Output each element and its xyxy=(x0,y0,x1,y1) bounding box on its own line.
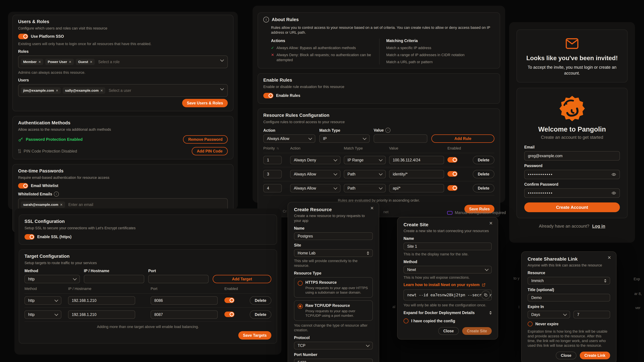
info-icon[interactable]: i xyxy=(54,192,59,197)
log-in-link[interactable]: Log in xyxy=(592,224,605,229)
rule-enabled-toggle[interactable] xyxy=(448,157,458,163)
protocol-select[interactable]: TCP xyxy=(294,342,373,350)
user-chip[interactable]: sally@example.com✕ xyxy=(63,87,105,94)
expire-unit-select[interactable]: Days xyxy=(528,311,570,319)
close-icon[interactable]: ✕ xyxy=(608,255,611,260)
password-status: Password Protection Enabled xyxy=(26,137,83,142)
target-port-input[interactable] xyxy=(150,310,218,319)
expire-value-input[interactable] xyxy=(574,311,610,319)
site-select[interactable]: Home Lab xyxy=(294,249,373,257)
email-whitelist-toggle[interactable] xyxy=(18,183,28,189)
priority-input[interactable] xyxy=(263,184,282,192)
action-select[interactable]: Always Allow xyxy=(263,134,315,143)
target-port-input[interactable] xyxy=(150,296,218,305)
target-enabled-toggle[interactable] xyxy=(224,298,234,303)
rule-match-select[interactable]: Path xyxy=(344,170,386,178)
docker-details-expander[interactable]: Expand for Docker Deployment Details xyxy=(404,311,492,315)
rule-value-input[interactable] xyxy=(389,156,444,164)
close-button[interactable]: Close xyxy=(556,352,576,359)
sso-toggle[interactable] xyxy=(18,34,28,39)
remove-chip-icon[interactable]: ✕ xyxy=(38,60,41,64)
target-enabled-toggle[interactable] xyxy=(224,312,234,317)
sort-icon[interactable]: ↑↓ xyxy=(276,146,278,150)
close-icon[interactable]: ✕ xyxy=(370,206,374,210)
resource-name-input[interactable] xyxy=(294,232,373,240)
email-field[interactable] xyxy=(524,151,620,161)
remove-chip-icon[interactable]: ✕ xyxy=(69,60,72,64)
role-chip[interactable]: Guest✕ xyxy=(76,59,95,65)
save-targets-button[interactable]: Save Targets xyxy=(238,331,271,340)
delete-target-button[interactable]: Delete xyxy=(250,310,271,319)
create-site-button[interactable]: Create Site xyxy=(462,327,492,335)
rule-action-select[interactable]: Always Allow xyxy=(290,184,340,192)
info-icon[interactable]: i xyxy=(386,128,390,133)
tcp-resource-option[interactable]: Raw TCP/UDP Resource Proxy requests to y… xyxy=(294,300,373,321)
roles-multiselect[interactable]: Member✕ Power User✕ Guest✕ Select a role xyxy=(18,55,228,68)
rule-action-select[interactable]: Always Deny xyxy=(290,156,340,164)
target-method-select[interactable]: http xyxy=(24,310,62,319)
remove-chip-icon[interactable]: ✕ xyxy=(100,89,103,92)
radio-icon[interactable] xyxy=(298,281,303,286)
delete-target-button[interactable]: Delete xyxy=(250,296,271,305)
users-multiselect[interactable]: jim@example.com✕ sally@example.com✕ Sele… xyxy=(18,84,228,97)
signup-card: Welcome to Pangolin Create an account to… xyxy=(516,88,628,218)
rule-value-input[interactable] xyxy=(389,184,444,192)
save-users-roles-button[interactable]: Save Users & Roles xyxy=(182,99,228,107)
remove-chip-icon[interactable]: ✕ xyxy=(56,89,58,92)
enable-ssl-toggle[interactable] xyxy=(24,234,34,240)
rule-value-input[interactable] xyxy=(389,170,444,178)
role-chip[interactable]: Member✕ xyxy=(21,59,43,65)
target-ip-input[interactable] xyxy=(68,296,135,305)
show-password-button[interactable] xyxy=(612,191,616,195)
delete-rule-button[interactable]: Delete xyxy=(473,184,494,192)
rule-match-select[interactable]: Path xyxy=(344,184,386,192)
remove-chip-icon[interactable]: ✕ xyxy=(90,60,92,64)
create-link-button[interactable]: Create Link xyxy=(580,352,610,359)
method-select[interactable]: http xyxy=(24,275,80,283)
show-password-button[interactable] xyxy=(612,172,616,177)
target-ip-input[interactable] xyxy=(68,310,135,319)
remove-chip-icon[interactable]: ✕ xyxy=(60,203,63,207)
user-chip[interactable]: jim@example.com✕ xyxy=(21,87,61,94)
email-chip[interactable]: sarah@example.com✕ xyxy=(21,201,65,208)
match-type-select[interactable]: IP xyxy=(319,134,370,143)
rule-enabled-toggle[interactable] xyxy=(448,171,458,177)
radio-checked-icon[interactable] xyxy=(298,304,303,309)
ip-hostname-input[interactable] xyxy=(84,275,144,283)
value-input[interactable] xyxy=(374,134,427,143)
rule-action-select[interactable]: Always Allow xyxy=(290,170,340,178)
card-title: Resource Rules Configuration xyxy=(263,113,494,118)
rules-panel: i About Rules Rules allow you to control… xyxy=(252,6,505,203)
delete-rule-button[interactable]: Delete xyxy=(473,170,494,178)
link-title-input[interactable] xyxy=(528,294,610,302)
create-account-button[interactable]: Create Account xyxy=(524,202,620,212)
never-expire-radio[interactable] xyxy=(528,322,533,327)
learn-newt-link[interactable]: Learn how to install Newt on your system xyxy=(404,283,492,287)
site-name-input[interactable] xyxy=(404,243,492,250)
site-method-select[interactable]: Newt xyxy=(404,266,492,274)
toggle-knob xyxy=(23,34,28,38)
copy-button[interactable] xyxy=(481,291,490,299)
port-number-input[interactable] xyxy=(294,359,373,362)
close-icon[interactable]: ✕ xyxy=(489,221,493,225)
close-button[interactable]: Close xyxy=(438,327,459,335)
remove-password-button[interactable]: Remove Password xyxy=(183,135,228,144)
add-pin-code-button[interactable]: Add PIN Code xyxy=(192,147,228,155)
resource-select[interactable]: Immich xyxy=(528,277,610,285)
priority-input[interactable] xyxy=(263,156,282,164)
newt-command-block[interactable]: newt --id ea7esnw28kj2tpn --secret by7jf… xyxy=(404,290,492,301)
port-input[interactable] xyxy=(148,275,209,283)
https-resource-option[interactable]: HTTPS Resource Proxy requests to your ap… xyxy=(294,277,373,298)
target-method-select[interactable]: http xyxy=(24,296,62,305)
enable-rules-toggle[interactable] xyxy=(263,93,273,98)
password-field[interactable]: •••••••••••• xyxy=(524,170,620,179)
rule-match-select[interactable]: IP Range xyxy=(344,156,386,164)
add-rule-button[interactable]: Add Rule xyxy=(431,134,494,143)
copied-config-radio[interactable] xyxy=(404,319,408,324)
confirm-password-field[interactable]: •••••••••••• xyxy=(524,188,620,198)
role-chip[interactable]: Power User✕ xyxy=(45,59,74,65)
rule-enabled-toggle[interactable] xyxy=(448,185,458,191)
priority-input[interactable] xyxy=(263,170,282,178)
delete-rule-button[interactable]: Delete xyxy=(473,156,494,164)
add-target-button[interactable]: Add Target xyxy=(213,275,271,283)
